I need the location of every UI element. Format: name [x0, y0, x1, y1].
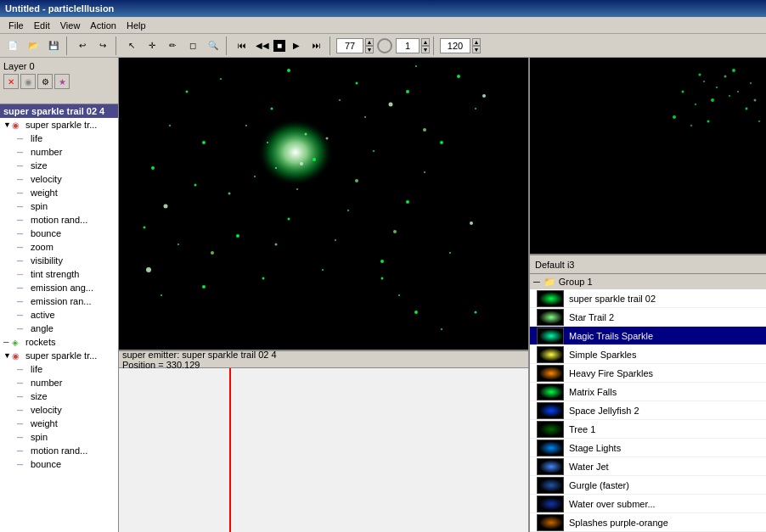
tree-label-angle1: angle [31, 323, 54, 333]
preview-area [530, 58, 766, 254]
prev-btn[interactable]: ◀◀ [253, 36, 272, 55]
tree-life-1[interactable]: ─ life [0, 132, 118, 145]
lib-thumb-9 [537, 458, 564, 475]
circle-spin-down[interactable]: ▼ [421, 46, 430, 53]
tree-spin-1[interactable]: ─ spin [0, 199, 118, 213]
lib-item-10[interactable]: Gurgle (faster) [530, 476, 766, 495]
new-btn[interactable]: 📄 [3, 36, 22, 55]
svg-point-85 [539, 441, 563, 455]
tree-emang-1[interactable]: ─ emission ang... [0, 281, 118, 294]
lib-item-9[interactable]: Water Jet [530, 457, 766, 476]
svg-point-20 [144, 227, 146, 229]
tree-label-spin2: spin [31, 432, 48, 442]
timeline-content[interactable] [119, 368, 528, 532]
tree-emitter-2[interactable]: ▼ ◉ super sparkle tr... [0, 349, 118, 362]
layer-icon-close[interactable]: ✕ [3, 74, 19, 89]
tree-life-2[interactable]: ─ life [0, 362, 118, 376]
layer-icon-gear[interactable]: ⚙ [37, 74, 53, 89]
tree-bounce-2[interactable]: ─ bounce [0, 457, 118, 471]
svg-point-37 [245, 125, 247, 126]
undo-btn[interactable]: ↩ [73, 36, 92, 55]
tree-angle-1[interactable]: ─ angle [0, 322, 118, 335]
param-icon-active1: ─ [17, 311, 29, 320]
tree-motion-2[interactable]: ─ motion rand... [0, 444, 118, 457]
tree-velocity-1[interactable]: ─ velocity [0, 172, 118, 186]
lib-item-3[interactable]: Simple Sparkles [530, 345, 766, 364]
tree-size-2[interactable]: ─ size [0, 389, 118, 403]
lib-item-7[interactable]: Tree 1 [530, 420, 766, 439]
tree-emran-1[interactable]: ─ emission ran... [0, 294, 118, 308]
tree-motion-1[interactable]: ─ motion rand... [0, 213, 118, 227]
end-frame-input[interactable]: 120 [440, 38, 470, 53]
tree-number-2[interactable]: ─ number [0, 376, 118, 389]
end-spin-down[interactable]: ▼ [472, 46, 481, 53]
stop-btn[interactable]: ■ [273, 40, 285, 52]
save-btn[interactable]: 💾 [44, 36, 63, 55]
frame-spin-down[interactable]: ▼ [365, 46, 374, 53]
lib-name-5: Matrix Falls [569, 387, 617, 397]
emitter-icon-2: ◉ [12, 351, 24, 361]
menu-help[interactable]: Help [121, 19, 151, 32]
lib-item-5[interactable]: Matrix Falls [530, 383, 766, 401]
lib-item-12[interactable]: Splashes purple-orange [530, 513, 766, 532]
lib-name-12: Splashes purple-orange [569, 518, 668, 528]
svg-point-17 [313, 158, 316, 161]
tree-weight-2[interactable]: ─ weight [0, 417, 118, 430]
lib-name-11: Water over submer... [569, 499, 656, 509]
end-btn[interactable]: ⏭ [307, 36, 326, 55]
svg-point-35 [398, 294, 400, 296]
end-spin-up[interactable]: ▲ [472, 38, 481, 46]
frame-input[interactable]: 77 [336, 38, 363, 53]
lib-item-4[interactable]: Heavy Fire Sparkles [530, 364, 766, 383]
svg-point-39 [364, 116, 366, 118]
tree-active-1[interactable]: ─ active [0, 308, 118, 322]
tree-bounce-1[interactable]: ─ bounce [0, 227, 118, 240]
tree-zoom-1[interactable]: ─ zoom [0, 240, 118, 254]
lib-item-trail2[interactable]: Magic Trails Sparkle [530, 327, 766, 345]
menu-action[interactable]: Action [85, 19, 121, 32]
tree-rockets[interactable]: ─ ◈ rockets [0, 335, 118, 349]
tree-velocity-2[interactable]: ─ velocity [0, 403, 118, 417]
menu-edit[interactable]: Edit [29, 19, 55, 32]
lib-item-0[interactable]: super sparkle trail 02 [530, 289, 766, 308]
zoom-btn[interactable]: 🔍 [204, 36, 222, 55]
draw-btn[interactable]: ✏ [163, 36, 182, 55]
tree-weight-1[interactable]: ─ weight [0, 186, 118, 199]
expand-icon-1: ▼ [3, 120, 12, 129]
frame-spin-up[interactable]: ▲ [365, 38, 374, 46]
tree-label-motion2: motion rand... [31, 445, 87, 456]
param-icon-motion2: ─ [17, 446, 29, 456]
tree-label-tint1: tint strength [31, 269, 79, 279]
layer-icon-eye[interactable]: ◉ [20, 74, 36, 89]
circle-spin-up[interactable]: ▲ [421, 38, 430, 46]
tree-number-1[interactable]: ─ number [0, 145, 118, 159]
lib-name-6: Space Jellyfish 2 [569, 406, 639, 416]
circle-input[interactable] [396, 38, 420, 53]
open-btn[interactable]: 📂 [24, 36, 42, 55]
lib-item-8[interactable]: Stage Lights [530, 439, 766, 457]
next-btn[interactable]: ▶ [287, 36, 306, 55]
layer-icon-star[interactable]: ★ [54, 74, 70, 89]
canvas-area[interactable] [119, 58, 528, 350]
svg-point-46 [275, 244, 278, 246]
lib-item-11[interactable]: Water over submer... [530, 495, 766, 513]
tree-emitter-1[interactable]: ▼ ◉ super sparkle tr... [0, 118, 118, 132]
menu-file[interactable]: File [3, 19, 29, 32]
tree-spin-2[interactable]: ─ spin [0, 430, 118, 444]
tree-visibility-1[interactable]: ─ visibility [0, 254, 118, 267]
svg-point-32 [475, 311, 477, 314]
tree-tint-1[interactable]: ─ tint strength [0, 267, 118, 281]
sep3 [226, 36, 229, 55]
lib-item-6[interactable]: Space Jellyfish 2 [530, 401, 766, 420]
library-group[interactable]: ─ 📁 Group 1 [530, 274, 766, 289]
lib-item-1[interactable]: Star Trail 2 [530, 308, 766, 327]
menu-view[interactable]: View [55, 19, 86, 32]
tree-size-1[interactable]: ─ size [0, 159, 118, 172]
play-btn[interactable]: ⏮ [233, 36, 251, 55]
redo-btn[interactable]: ↪ [93, 36, 112, 55]
move-btn[interactable]: ✛ [143, 36, 161, 55]
tree-label-motion1: motion rand... [31, 215, 87, 225]
erase-btn[interactable]: ◻ [183, 36, 202, 55]
svg-point-9 [202, 141, 206, 144]
select-btn[interactable]: ↖ [122, 36, 141, 55]
